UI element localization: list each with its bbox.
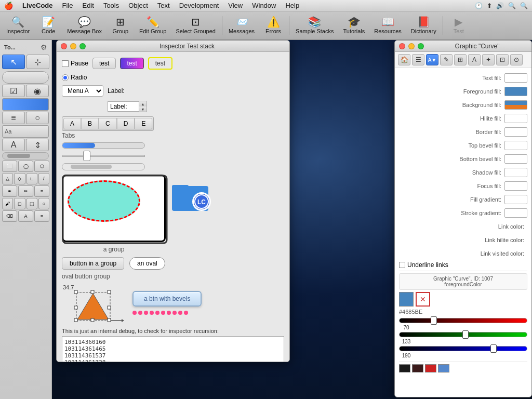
close-button[interactable]	[61, 43, 67, 49]
fill-tool[interactable]: ⌫	[2, 210, 17, 222]
test1-button[interactable]: test	[92, 58, 116, 69]
g-target-btn[interactable]: ⊙	[510, 54, 523, 65]
menu-edit[interactable]: Edit	[78, 1, 98, 10]
maximize-button[interactable]	[79, 43, 86, 49]
menu-file[interactable]: File	[58, 1, 77, 10]
tool-small-1[interactable]: ⬜	[2, 161, 17, 172]
g-sparkle-btn[interactable]: ✦	[482, 54, 495, 65]
text-paint-tool[interactable]: A	[18, 210, 33, 222]
radio-tool[interactable]: ◉	[26, 85, 49, 97]
progress-slider[interactable]	[62, 142, 145, 149]
menu-view[interactable]: View	[224, 1, 247, 10]
message-box-button[interactable]: 💬 Message Box	[63, 13, 106, 38]
scrollbar-tool[interactable]: ≡	[2, 112, 25, 124]
graphic-min-button[interactable]	[408, 43, 415, 49]
shadow-fill-swatch[interactable]	[504, 168, 527, 177]
scrollbar-h[interactable]	[62, 163, 145, 170]
paint-tool[interactable]: 🖌	[2, 198, 13, 209]
slider-tool[interactable]: ○	[26, 112, 49, 124]
group-button[interactable]: ⊞ Group	[107, 13, 134, 38]
resources-button[interactable]: 📖 Resources	[370, 13, 406, 38]
button-widget[interactable]	[2, 98, 49, 111]
radio-button[interactable]	[62, 74, 69, 81]
tool-small-4[interactable]: △	[2, 173, 13, 184]
graphic-close-button[interactable]	[399, 43, 405, 49]
tab-d[interactable]: D	[117, 118, 135, 129]
inspector-button[interactable]: 🔍 Inspector	[2, 13, 34, 38]
messages-button[interactable]: 📨 Messages	[224, 13, 259, 38]
tool-small-5[interactable]: ◇	[14, 173, 25, 184]
tab-b[interactable]: B	[81, 118, 99, 129]
g-text-fill-btn[interactable]: A▼	[426, 54, 438, 65]
btn-bevels[interactable]: a btn with bevels	[132, 291, 202, 307]
text-fill-swatch[interactable]	[504, 73, 527, 83]
menu-text[interactable]: Text	[153, 1, 174, 10]
menu-development[interactable]: Development	[175, 1, 223, 10]
bottom-bevel-swatch[interactable]	[504, 154, 527, 164]
tool-small-2[interactable]: ◯	[18, 161, 33, 172]
palette-black[interactable]	[399, 364, 410, 373]
minimize-button[interactable]	[70, 43, 76, 49]
top-bevel-swatch[interactable]	[504, 141, 527, 150]
menu-window[interactable]: Window	[248, 1, 280, 10]
menu-help[interactable]: Help	[281, 1, 303, 10]
stepper-tool[interactable]: ⇕	[26, 139, 49, 151]
red-slider[interactable]	[399, 318, 527, 323]
label-tool[interactable]: A	[2, 139, 25, 151]
search-icon[interactable]: 🔍	[520, 2, 528, 9]
pointer-tool[interactable]: ↖	[2, 55, 25, 69]
gear-icon[interactable]: ⚙	[41, 43, 47, 51]
cross-tool[interactable]: ⊹	[26, 55, 49, 69]
tab-a[interactable]: A	[63, 118, 81, 129]
code-button[interactable]: 📝 Code	[35, 13, 62, 38]
main-color-swatch[interactable]	[399, 292, 414, 307]
sample-stacks-button[interactable]: 📚 Sample Stacks	[291, 13, 338, 38]
dictionary-button[interactable]: 📕 Dictionary	[407, 13, 441, 38]
select-grouped-button[interactable]: ⊡ Select Grouped	[172, 13, 220, 38]
label-input[interactable]	[108, 101, 139, 112]
tab-e[interactable]: E	[135, 118, 152, 129]
menu-tools[interactable]: Tools	[99, 1, 123, 10]
checkbox-tool[interactable]: ☑	[2, 85, 25, 97]
test2-button[interactable]: test	[120, 58, 143, 69]
menu-object[interactable]: Object	[124, 1, 152, 10]
test3-button[interactable]: test	[148, 57, 172, 70]
g-home-btn[interactable]: 🏠	[398, 54, 410, 65]
fg-fill-swatch[interactable]	[504, 87, 527, 96]
g-list-btn[interactable]: ☰	[412, 54, 424, 65]
palette-dark-red[interactable]	[412, 364, 423, 373]
color-x-swatch[interactable]: ✕	[416, 292, 430, 307]
eraser-tool[interactable]: ◻	[14, 198, 25, 209]
select-tool[interactable]: ⬚	[26, 198, 37, 209]
stepper-up[interactable]: ▲	[139, 101, 147, 107]
stroke-gradient-swatch[interactable]	[504, 208, 527, 218]
btn-in-group[interactable]: button in a group	[62, 257, 124, 270]
debug-box[interactable]: 103114360160 103114361465 103114361537 1…	[62, 336, 284, 362]
pencil-tool[interactable]: ✏	[18, 185, 33, 197]
g-select-btn[interactable]: ⊡	[496, 54, 509, 65]
test-button[interactable]: ▶ Test	[445, 13, 472, 38]
fill-gradient-swatch[interactable]	[504, 195, 527, 204]
btn-oval-group[interactable]: an oval	[129, 257, 165, 270]
tutorials-button[interactable]: 🎓 Tutorials	[339, 13, 369, 38]
blue-slider[interactable]	[399, 346, 527, 351]
g-font-btn[interactable]: A	[468, 54, 481, 65]
g-edit-btn[interactable]: ✎	[440, 54, 453, 65]
tab-c[interactable]: C	[99, 118, 117, 129]
palette-blue[interactable]	[438, 364, 449, 373]
focus-fill-swatch[interactable]	[504, 181, 527, 191]
line-tool[interactable]: ≡	[34, 185, 49, 197]
hilite-fill-swatch[interactable]	[504, 114, 527, 123]
align-tool[interactable]: ≡	[34, 210, 49, 222]
h-slider[interactable]	[62, 151, 145, 161]
tool-small-7[interactable]: /	[38, 173, 49, 184]
palette-red[interactable]	[425, 364, 436, 373]
edit-group-button[interactable]: ✏️ Edit Group	[135, 13, 171, 38]
g-group-btn[interactable]: ⊞	[454, 54, 467, 65]
scrollbar-widget[interactable]	[2, 152, 49, 159]
stepper-down[interactable]: ▼	[139, 107, 147, 112]
pause-checkbox[interactable]	[62, 60, 69, 67]
graphic-max-button[interactable]	[418, 43, 424, 49]
border-fill-swatch[interactable]	[504, 127, 527, 137]
slider-thumb[interactable]	[83, 151, 90, 161]
